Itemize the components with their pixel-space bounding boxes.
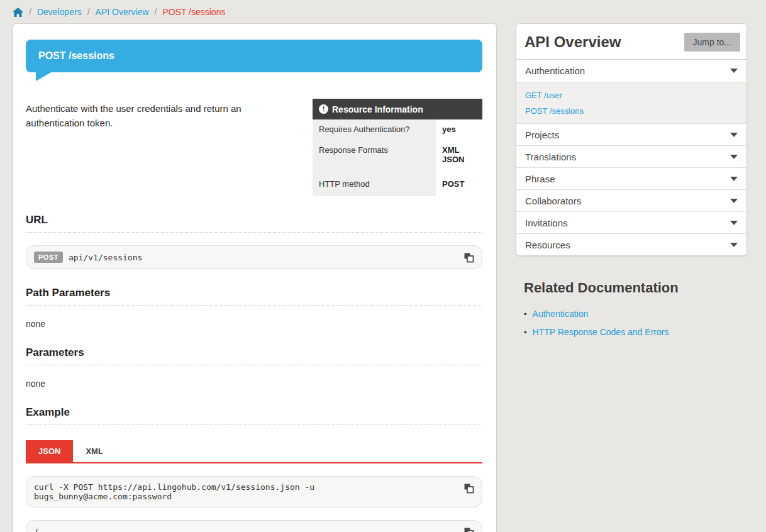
sidebar-item-phrase[interactable]: Phrase [516, 167, 747, 189]
breadcrumb-separator: / [154, 7, 157, 17]
copy-icon [463, 255, 474, 265]
url-section-heading: URL [26, 214, 482, 233]
path-parameters-heading: Path Parameters [26, 287, 482, 306]
chevron-down-icon [730, 69, 738, 73]
copy-button[interactable] [462, 251, 475, 266]
http-method-badge: POST [34, 252, 63, 263]
info-icon: ! [319, 104, 328, 114]
sidebar-item-resources[interactable]: Resources [516, 233, 747, 255]
sidebar-title: API Overview [525, 33, 621, 51]
resource-row-label: HTTP method [313, 170, 436, 196]
curl-command: curl -X POST https://api.lingohub.com/v1… [34, 482, 457, 501]
tab-json[interactable]: JSON [26, 440, 73, 462]
url-code-box: POST api/v1/sessions [26, 245, 482, 269]
bullet-icon: • [524, 309, 527, 319]
related-documentation-section: Related Documentation • Authentication •… [516, 280, 747, 337]
resource-row-label: Requires Authentication? [313, 119, 436, 140]
example-heading: Example [26, 406, 482, 425]
parameters-value: none [26, 379, 482, 389]
accordion-label: Invitations [525, 218, 568, 228]
bubble-tail [36, 72, 52, 81]
bullet-icon: • [524, 328, 527, 337]
curl-code-box: curl -X POST https://api.lingohub.com/v1… [26, 476, 482, 507]
breadcrumb-current-page: POST /sessions [162, 7, 225, 17]
copy-button[interactable] [462, 526, 475, 532]
accordion-label: Resources [525, 240, 570, 250]
chevron-down-icon [730, 155, 738, 159]
list-item: • Authentication [524, 309, 747, 319]
breadcrumb-separator: / [87, 7, 90, 17]
sidebar-item-projects[interactable]: Projects [516, 123, 747, 145]
main-content-panel: POST /sessions Authenticate with the use… [13, 23, 497, 532]
chevron-down-icon [730, 133, 738, 137]
sidebar-item-authentication[interactable]: Authentication [516, 60, 747, 82]
accordion-label: Collaborators [525, 196, 581, 206]
endpoint-description: Authenticate with the user credentials a… [26, 99, 290, 196]
chevron-down-icon [730, 199, 738, 203]
related-link-authentication[interactable]: Authentication [533, 309, 589, 319]
page-title: POST /sessions [38, 50, 114, 62]
json-open-brace: { [34, 528, 39, 532]
accordion-label: Translations [525, 152, 576, 162]
list-item: • HTTP Response Codes and Errors [524, 327, 747, 337]
copy-button[interactable] [462, 482, 475, 497]
resource-information-title: Resource Information [332, 104, 423, 114]
sidebar-item-invitations[interactable]: Invitations [516, 211, 747, 233]
chevron-down-icon [730, 177, 738, 181]
sidebar-link-post-sessions[interactable]: POST /sessions [525, 106, 738, 116]
resource-row-label: Response Formats [313, 140, 436, 170]
json-response-box: { "api_key": "4H8W0aC/4FiZ2PW3od/a61GBqq… [26, 520, 482, 532]
breadcrumb-separator: / [29, 7, 31, 17]
page-title-bubble: POST /sessions [26, 40, 482, 72]
resource-information-box: ! Resource Information Requires Authenti… [313, 99, 482, 196]
home-icon[interactable] [13, 8, 23, 17]
related-link-http-response-codes[interactable]: HTTP Response Codes and Errors [533, 327, 669, 337]
resource-row-value: yes [436, 119, 482, 140]
breadcrumb: / Developers / API Overview / POST /sess… [0, 0, 766, 23]
sidebar-item-collaborators[interactable]: Collaborators [516, 189, 747, 211]
sidebar-item-translations[interactable]: Translations [516, 145, 747, 167]
tab-xml[interactable]: XML [73, 440, 115, 462]
breadcrumb-link-api-overview[interactable]: API Overview [96, 7, 149, 17]
example-format-tabs: JSON XML [26, 440, 482, 463]
chevron-down-icon [730, 221, 738, 225]
accordion-label: Projects [525, 130, 559, 140]
accordion-label: Phrase [525, 174, 555, 184]
endpoint-path: api/v1/sessions [69, 253, 142, 262]
path-parameters-value: none [26, 319, 482, 329]
copy-icon [463, 486, 474, 496]
parameters-heading: Parameters [26, 346, 482, 365]
accordion-label: Authentication [525, 65, 585, 76]
resource-row-value: XML JSON [436, 140, 482, 170]
resource-row-value: POST [436, 170, 482, 196]
authentication-sublinks: GET /user POST /sessions [516, 82, 747, 123]
api-overview-panel: API Overview Jump to... Authentication G… [516, 23, 747, 256]
jump-to-button[interactable]: Jump to... [684, 33, 740, 52]
breadcrumb-link-developers[interactable]: Developers [37, 7, 82, 17]
related-documentation-title: Related Documentation [524, 280, 747, 296]
chevron-down-icon [730, 243, 738, 247]
sidebar-link-get-user[interactable]: GET /user [525, 91, 738, 100]
